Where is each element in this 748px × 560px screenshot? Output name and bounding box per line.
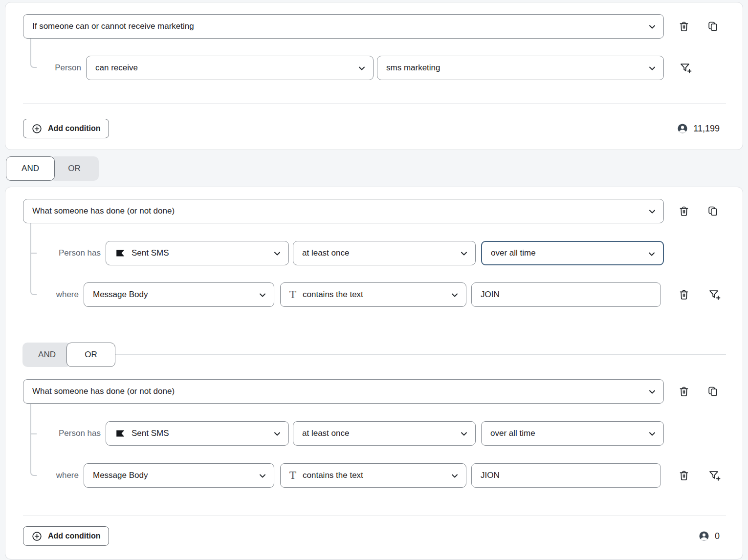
chevron-down-icon (647, 429, 657, 439)
copy-icon (707, 21, 719, 32)
consent-channel-select[interactable]: sms marketing (377, 56, 664, 80)
divider (23, 515, 726, 516)
duplicate-condition-button[interactable] (707, 386, 719, 397)
text-operator-value: contains the text (303, 471, 363, 480)
metric-value: Sent SMS (132, 248, 169, 258)
chevron-down-icon (459, 249, 469, 258)
trash-icon (678, 205, 690, 217)
duplicate-condition-button[interactable] (707, 205, 719, 217)
condition-type-value: If someone can or cannot receive marketi… (32, 22, 194, 31)
chevron-down-icon (450, 471, 460, 481)
condition-type-value: What someone has done (or not done) (32, 206, 175, 216)
profile-count-value: 11,199 (693, 124, 720, 134)
profile-count-value: 0 (715, 531, 720, 541)
person-circle-icon (677, 123, 688, 134)
delete-condition-button[interactable] (678, 21, 690, 32)
divider (23, 103, 726, 104)
text-operator-select[interactable]: T contains the text (280, 282, 466, 307)
metric-value: Sent SMS (132, 429, 169, 438)
field-select[interactable]: Message Body (84, 282, 274, 307)
filter-plus-icon (708, 469, 721, 482)
metric-flag-icon (115, 428, 126, 439)
chevron-down-icon (357, 64, 367, 73)
tree-connector-tick (30, 433, 37, 434)
delete-filter-button[interactable] (678, 470, 690, 481)
consent-operator-value: can receive (95, 63, 138, 73)
tree-connector (30, 223, 37, 295)
inner-connector-toggle: AND OR (22, 343, 115, 367)
and-toggle-button[interactable]: AND (22, 343, 71, 367)
filter-value-input[interactable] (471, 282, 661, 307)
frequency-value: at least once (302, 248, 349, 258)
connector-line (115, 354, 726, 355)
circle-plus-icon (31, 123, 43, 134)
chevron-down-icon (258, 471, 267, 481)
delete-filter-button[interactable] (678, 289, 690, 301)
add-condition-label: Add condition (48, 124, 101, 133)
chevron-down-icon (450, 290, 460, 300)
trash-icon (678, 289, 690, 301)
condition-group-behavior: What someone has done (or not done) Pers… (5, 187, 743, 560)
add-filter-button[interactable] (708, 469, 721, 482)
or-toggle-button[interactable]: OR (50, 156, 99, 181)
metric-flag-icon (115, 248, 126, 258)
text-operator-value: contains the text (303, 290, 363, 300)
delete-condition-button[interactable] (678, 386, 690, 397)
condition-type-select[interactable]: What someone has done (or not done) (23, 379, 664, 404)
or-toggle-button[interactable]: OR (66, 343, 115, 367)
add-condition-label: Add condition (48, 532, 101, 540)
timeframe-select[interactable]: over all time (481, 241, 664, 265)
add-filter-button[interactable] (708, 288, 721, 301)
text-type-icon: T (289, 471, 296, 481)
timeframe-value: over all time (491, 248, 536, 258)
add-condition-button[interactable]: Add condition (23, 526, 109, 546)
filter-plus-icon (708, 288, 721, 301)
frequency-select[interactable]: at least once (293, 241, 476, 265)
chevron-down-icon (647, 22, 657, 32)
chevron-down-icon (647, 207, 657, 216)
consent-channel-value: sms marketing (386, 63, 440, 73)
delete-condition-button[interactable] (678, 205, 690, 217)
field-value: Message Body (93, 471, 148, 480)
filter-plus-icon (679, 62, 692, 74)
consent-operator-select[interactable]: can receive (86, 56, 374, 80)
tree-connector-tick (30, 253, 37, 254)
chevron-down-icon (647, 64, 657, 73)
field-select[interactable]: Message Body (84, 463, 274, 488)
group-connector-toggle: AND OR (6, 156, 748, 181)
timeframe-select[interactable]: over all time (481, 421, 664, 446)
trash-icon (678, 470, 690, 481)
filter-value-input[interactable] (471, 463, 661, 488)
condition-type-select[interactable]: If someone can or cannot receive marketi… (23, 14, 664, 39)
chevron-down-icon (647, 387, 657, 397)
condition-group-consent: If someone can or cannot receive marketi… (5, 2, 743, 150)
frequency-value: at least once (302, 429, 349, 438)
duplicate-condition-button[interactable] (707, 21, 719, 32)
field-value: Message Body (93, 290, 148, 300)
add-condition-button[interactable]: Add condition (23, 119, 109, 138)
metric-select[interactable]: Sent SMS (106, 421, 289, 446)
chevron-down-icon (272, 429, 282, 439)
add-filter-button[interactable] (679, 62, 692, 74)
chevron-down-icon (459, 429, 469, 439)
metric-select[interactable]: Sent SMS (106, 241, 289, 265)
profile-count: 0 (698, 530, 720, 542)
and-toggle-button[interactable]: AND (6, 156, 55, 181)
chevron-down-icon (258, 290, 267, 300)
trash-icon (678, 21, 690, 32)
person-circle-icon (698, 530, 710, 542)
chevron-down-icon (272, 249, 282, 258)
tree-connector (30, 404, 37, 476)
profile-count: 11,199 (677, 123, 720, 134)
copy-icon (707, 205, 719, 217)
text-operator-select[interactable]: T contains the text (280, 463, 466, 488)
condition-type-value: What someone has done (or not done) (32, 387, 175, 396)
chevron-down-icon (647, 249, 657, 259)
inner-connector-row: AND OR (22, 343, 726, 367)
trash-icon (678, 386, 690, 397)
frequency-select[interactable]: at least once (293, 421, 476, 446)
circle-plus-icon (31, 531, 43, 542)
tree-connector (30, 39, 37, 68)
timeframe-value: over all time (490, 429, 535, 438)
condition-type-select[interactable]: What someone has done (or not done) (23, 199, 664, 223)
